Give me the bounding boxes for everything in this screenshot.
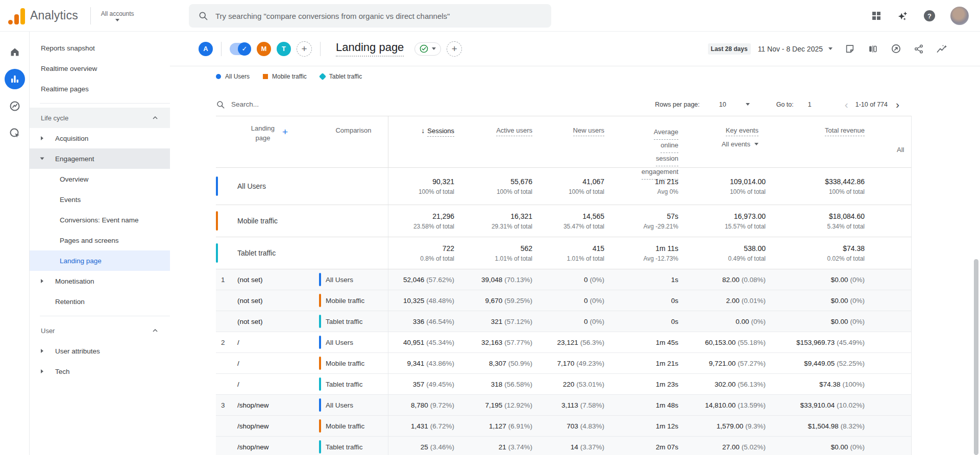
share-icon[interactable]	[913, 43, 924, 55]
goto-page-input[interactable]	[808, 101, 825, 108]
global-search[interactable]	[189, 4, 551, 28]
summary-row[interactable]: Mobile traffic 21,296 23.58% of total 16…	[216, 205, 912, 237]
table-row[interactable]: 2 / All Users 40,951 (45.34%) 32,163 (57…	[216, 332, 912, 353]
sidebar-item[interactable]: Reports snapshot	[30, 38, 170, 58]
sidebar-report-item[interactable]: Pages and screens	[30, 230, 170, 250]
metric-value: 220	[563, 381, 575, 388]
vertical-scrollbar[interactable]	[974, 259, 978, 455]
metric-value: 1m 11s	[655, 244, 678, 252]
legend-item[interactable]: Mobile traffic	[263, 73, 307, 80]
clipped-cell	[865, 311, 912, 332]
help-icon[interactable]: ?	[924, 10, 935, 21]
metric-percent: (55.18%)	[738, 339, 766, 346]
sidebar-collection-item[interactable]: Acquisition	[30, 128, 170, 148]
table-search[interactable]	[216, 100, 379, 109]
table-row[interactable]: / Tablet traffic 357 (49.45%) 318 (56.58…	[216, 374, 912, 395]
table-row[interactable]: 1 (not set) All Users 52,046 (57.62%) 39…	[216, 269, 912, 290]
sidebar-collection-item[interactable]: Engagement	[30, 148, 170, 169]
metric-value: 14,565	[582, 212, 604, 220]
metric-subtext: 5.34% of total	[827, 223, 865, 230]
apps-grid-icon[interactable]	[871, 10, 882, 21]
legend-item[interactable]: Tablet traffic	[320, 73, 362, 80]
expand-arrow-icon[interactable]	[41, 136, 55, 140]
sidebar-report-item[interactable]: Events	[30, 189, 170, 210]
user-avatar[interactable]	[950, 7, 969, 25]
metric-subtext: 100% of total	[829, 188, 865, 195]
metric-percent: (0%)	[850, 276, 865, 284]
metric-percent: (45.49%)	[837, 339, 865, 346]
next-page-icon[interactable]: ›	[896, 99, 899, 110]
comparison-toggle[interactable]: ✓	[230, 43, 251, 55]
explore-icon[interactable]	[5, 96, 25, 116]
expand-arrow-icon[interactable]	[41, 369, 55, 373]
sidebar-section-header[interactable]: User	[30, 320, 170, 341]
expand-arrow-icon[interactable]	[41, 279, 55, 283]
analytics-logo-icon[interactable]	[8, 7, 25, 24]
date-preset-badge: Last 28 days	[708, 43, 751, 55]
metric-percent: (0%)	[850, 443, 865, 451]
metric-cell: 302.00 (56.13%)	[678, 374, 766, 394]
advertising-icon[interactable]	[5, 123, 25, 143]
add-report-tab-button[interactable]: +	[447, 41, 462, 57]
segment-chip-tablet[interactable]: T	[277, 42, 291, 56]
sidebar-collection-item[interactable]: User attributes	[30, 341, 170, 361]
segment-chip-all-users[interactable]: A	[199, 42, 213, 56]
summary-row[interactable]: All Users 90,321 100% of total 55,676 10…	[216, 168, 912, 205]
previous-page-icon[interactable]: ‹	[845, 99, 848, 110]
insights-sparkline-icon[interactable]	[936, 43, 947, 55]
notes-icon[interactable]	[844, 43, 855, 55]
report-status-pill[interactable]	[414, 42, 441, 56]
metric-percent: (43.86%)	[426, 360, 454, 367]
sidebar-report-item[interactable]: Landing page	[30, 250, 170, 271]
expand-arrow-icon[interactable]	[41, 299, 55, 304]
table-row[interactable]: (not set) Tablet traffic 336 (46.54%) 32…	[216, 311, 912, 332]
sidebar-item[interactable]: Realtime pages	[30, 79, 170, 99]
metric-cell: 82.00 (0.08%)	[678, 269, 766, 290]
chevron-down-icon[interactable]	[828, 47, 832, 50]
sidebar-section-header[interactable]: Life cycle	[30, 108, 170, 128]
segment-chip-mobile[interactable]: M	[257, 42, 271, 56]
row-number: 1	[216, 269, 237, 290]
metric-cell: $0.00 (0%)	[766, 437, 865, 455]
sidebar-collection-item[interactable]: Monetisation	[30, 271, 170, 291]
date-range[interactable]: 11 Nov - 8 Dec 2025	[758, 45, 823, 53]
account-picker[interactable]: All accounts	[101, 10, 134, 21]
key-events-filter[interactable]: All events	[678, 140, 758, 148]
table-row[interactable]: /shop/new Mobile traffic 1,431 (6.72%) 1…	[216, 416, 912, 437]
metric-subtext: 0.49% of total	[728, 255, 766, 262]
table-search-input[interactable]	[231, 100, 364, 108]
gemini-sparkle-icon[interactable]	[897, 10, 909, 21]
reports-icon[interactable]	[5, 69, 25, 89]
metric-cell: $0.00 (0%)	[766, 290, 865, 311]
expand-arrow-icon[interactable]	[41, 349, 55, 353]
comparison-cell: Mobile traffic	[319, 353, 388, 373]
row-number: 2	[216, 332, 237, 352]
expand-arrow-icon[interactable]	[41, 157, 55, 161]
sidebar-report-item[interactable]: Overview	[30, 169, 170, 189]
metric-percent: (3.46%)	[430, 443, 454, 451]
table-row[interactable]: 3 /shop/new All Users 8,780 (9.72%) 7,19…	[216, 395, 912, 416]
segment-color-bar	[319, 440, 321, 453]
chevron-down-icon[interactable]	[746, 103, 750, 106]
comparison-cell: All Users	[319, 332, 388, 352]
sidebar-collection-item[interactable]: Retention	[30, 291, 170, 312]
metric-value: 2.00	[726, 297, 739, 305]
add-comparison-button[interactable]: +	[297, 41, 312, 57]
home-icon[interactable]	[5, 42, 25, 62]
global-search-input[interactable]	[215, 12, 542, 20]
legend-item[interactable]: All Users	[216, 73, 250, 80]
table-row[interactable]: (not set) Mobile traffic 10,325 (48.48%)…	[216, 290, 912, 311]
sidebar-report-item[interactable]: Conversions: Event name	[30, 210, 170, 230]
metric-value: 336	[413, 318, 425, 325]
sidebar-item[interactable]: Realtime overview	[30, 58, 170, 79]
comparison-panel-icon[interactable]	[867, 43, 878, 55]
rows-per-page-value[interactable]: 10	[719, 101, 726, 108]
insights-time-icon[interactable]	[890, 43, 901, 55]
table-row[interactable]: / Mobile traffic 9,341 (43.86%) 8,307 (5…	[216, 353, 912, 374]
report-title[interactable]: Landing page	[336, 41, 404, 57]
segment-color-bar	[216, 243, 218, 263]
table-row[interactable]: /shop/new Tablet traffic 25 (3.46%) 21 (…	[216, 437, 912, 455]
summary-row[interactable]: Tablet traffic 722 0.8% of total 562 1.0…	[216, 237, 912, 269]
metric-cell: 220 (53.01%)	[532, 374, 604, 394]
sidebar-collection-item[interactable]: Tech	[30, 361, 170, 382]
